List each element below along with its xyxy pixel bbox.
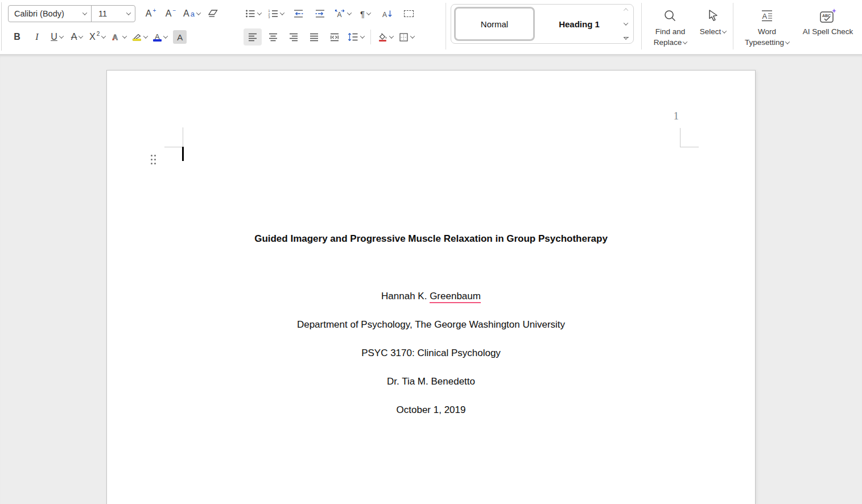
align-right-button[interactable] — [284, 28, 303, 46]
margin-mark-left-horizontal — [164, 147, 183, 147]
decrease-indent-button[interactable] — [289, 5, 307, 22]
highlight-color-button[interactable] — [130, 28, 149, 46]
text-direction-button[interactable]: A — [332, 5, 353, 22]
borders-icon — [399, 32, 409, 42]
chevron-down-icon — [79, 34, 83, 38]
page-number: 1 — [674, 110, 679, 122]
mini-separator — [370, 30, 371, 44]
align-right-icon — [289, 33, 298, 42]
page-frame-button[interactable] — [399, 5, 418, 22]
distribute-button[interactable] — [325, 28, 344, 46]
increase-indent-button[interactable] — [311, 5, 329, 22]
decrease-font-size-button[interactable]: A− — [162, 5, 180, 22]
chevron-down-icon — [59, 34, 64, 38]
clear-formatting-button[interactable] — [204, 5, 222, 22]
paint-bucket-icon — [377, 33, 387, 42]
align-center-button[interactable] — [264, 28, 282, 46]
pilcrow-icon: ¶ — [360, 10, 365, 18]
gallery-scroll-down-icon[interactable] — [624, 21, 628, 26]
paragraph-mark-button[interactable]: ¶ — [356, 5, 374, 22]
justify-button[interactable] — [305, 28, 323, 46]
line-spacing-button[interactable] — [346, 28, 366, 46]
font-size-select[interactable]: 11 — [92, 6, 135, 22]
borders-button[interactable] — [397, 28, 416, 46]
document-instructor[interactable]: Dr. Tia M. Benedetto — [107, 374, 755, 389]
shading-button[interactable] — [376, 28, 395, 46]
strikethrough-button[interactable]: A — [68, 28, 86, 46]
increase-indent-icon — [315, 9, 325, 18]
window-left-edge — [1, 2, 2, 51]
text-effects-icon: A — [110, 32, 121, 42]
letter-x: X — [89, 32, 96, 42]
change-case-button[interactable]: Aa — [182, 5, 202, 22]
font-color-button[interactable]: A — [151, 28, 169, 46]
margin-mark-left-vertical — [183, 127, 183, 147]
letter-a-lower: a — [191, 10, 195, 18]
gallery-scroll-up-icon[interactable] — [624, 8, 628, 13]
toolbar-separator — [641, 3, 642, 49]
letter-a: A — [166, 9, 172, 18]
author-flagged-word[interactable]: Greenbaum — [430, 291, 481, 303]
underline-icon: U — [51, 32, 57, 42]
align-center-icon — [269, 33, 278, 42]
document-date[interactable]: October 1, 2019 — [107, 403, 755, 417]
document-author[interactable]: Hannah K. Greenbaum — [107, 289, 755, 303]
formatting-toolbar: Calibri (Body) 11 A+ A− Aa — [0, 0, 862, 55]
chevron-down-icon — [163, 34, 167, 38]
svg-text:3: 3 — [269, 15, 270, 18]
superscript-button[interactable]: X2 — [88, 28, 107, 46]
character-shading-button[interactable]: A — [171, 28, 189, 46]
font-color-icon: A — [153, 33, 162, 42]
chevron-down-icon — [360, 34, 365, 38]
chevron-down-icon — [366, 10, 371, 15]
font-group: Calibri (Body) 11 A+ A− Aa — [8, 3, 222, 48]
ai-spell-check-icon: ABC — [819, 6, 837, 26]
document-title[interactable]: Guided Imagery and Progressive Muscle Re… — [107, 232, 755, 246]
chevron-down-icon — [257, 10, 262, 15]
select-button[interactable]: Select — [694, 6, 732, 37]
chevron-down-icon — [126, 10, 131, 15]
toolbar-separator — [733, 3, 733, 49]
sort-button[interactable]: A — [378, 5, 396, 22]
paragraph-group: 1 2 3 — [244, 3, 418, 48]
gallery-expand-icon[interactable] — [624, 37, 629, 40]
italic-button[interactable]: I — [28, 28, 46, 46]
document-affiliation[interactable]: Department of Psychology, The George Was… — [107, 317, 755, 332]
strikethrough-icon: A — [71, 32, 77, 42]
word-typesetting-button[interactable]: A Word Typesetting — [740, 6, 794, 48]
decrease-indent-icon — [293, 9, 304, 18]
letter-a: A — [146, 9, 152, 18]
font-name-value: Calibri (Body) — [14, 9, 64, 18]
toolbar-separator — [446, 3, 446, 49]
letter-a-upper: A — [183, 9, 189, 18]
numbered-list-button[interactable]: 1 2 3 — [266, 5, 286, 22]
find-and-replace-button[interactable]: Find and Replace — [647, 6, 693, 48]
find-replace-label1: Find and — [655, 26, 686, 37]
find-replace-label2: Replace — [654, 37, 682, 48]
bullet-list-icon — [245, 9, 255, 18]
paragraph-drag-handle-icon[interactable] — [151, 155, 158, 167]
style-normal[interactable]: Normal — [454, 7, 535, 41]
font-name-select[interactable]: Calibri (Body) — [9, 6, 92, 22]
underline-button[interactable]: U — [48, 28, 66, 46]
text-effects-button[interactable]: A — [109, 28, 128, 46]
bold-button[interactable]: B — [8, 28, 26, 46]
style-gallery-arrows — [622, 8, 630, 40]
line-spacing-icon — [348, 32, 358, 42]
document-course[interactable]: PSYC 3170: Clinical Psychology — [107, 346, 755, 360]
bullet-list-button[interactable] — [244, 5, 263, 22]
align-left-button[interactable] — [244, 28, 262, 46]
increase-font-size-button[interactable]: A+ — [142, 5, 160, 22]
word-typesetting-label2: Typesetting — [745, 37, 784, 48]
document-page[interactable]: 1 Guided Imagery and Progressive Muscle … — [106, 70, 756, 504]
character-shading-icon: A — [173, 30, 187, 44]
exponent-2: 2 — [97, 31, 100, 37]
ai-spell-check-label: AI Spell Check — [803, 26, 853, 37]
eraser-icon — [207, 9, 218, 18]
text-cursor — [182, 147, 184, 161]
ai-spell-check-button[interactable]: ABC AI Spell Check — [798, 6, 858, 37]
highlighter-icon — [131, 34, 142, 41]
style-heading1[interactable]: Heading 1 — [539, 7, 619, 41]
distribute-icon — [330, 33, 339, 42]
font-size-value: 11 — [98, 9, 107, 18]
